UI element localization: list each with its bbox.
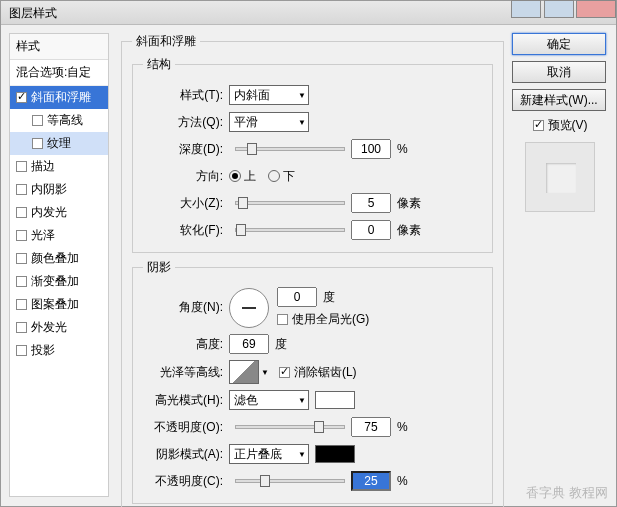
main-panel: 斜面和浮雕 结构 样式(T): 内斜面 ▼ 方法(Q): 平滑 [117,33,508,497]
minimize-button[interactable] [511,0,541,18]
cancel-button[interactable]: 取消 [512,61,606,83]
sidebar-item[interactable]: 内阴影 [10,178,108,201]
sidebar-item[interactable]: 纹理 [10,132,108,155]
effect-checkbox[interactable] [16,276,27,287]
chevron-down-icon: ▼ [298,396,306,405]
sidebar-item[interactable]: 斜面和浮雕 [10,86,108,109]
highlight-color-swatch[interactable] [315,391,355,409]
global-light-checkbox[interactable] [277,314,288,325]
shadow-opacity-slider[interactable] [235,479,345,483]
size-label: 大小(Z): [143,195,223,212]
highlight-opacity-unit: % [397,420,408,434]
window-title: 图层样式 [9,6,57,20]
shading-group: 阴影 角度(N): 度 使用全局光(G) [132,259,493,504]
sidebar-item[interactable]: 颜色叠加 [10,247,108,270]
sidebar-item[interactable]: 描边 [10,155,108,178]
sidebar-item[interactable]: 渐变叠加 [10,270,108,293]
close-button[interactable] [576,0,616,18]
window-controls [512,0,616,21]
maximize-button[interactable] [544,0,574,18]
sidebar-item-label: 纹理 [47,135,71,152]
effect-checkbox[interactable] [16,345,27,356]
new-style-button[interactable]: 新建样式(W)... [512,89,606,111]
titlebar: 图层样式 [1,1,616,25]
technique-dropdown[interactable]: 平滑 ▼ [229,112,309,132]
chevron-down-icon: ▼ [298,91,306,100]
structure-group: 结构 样式(T): 内斜面 ▼ 方法(Q): 平滑 ▼ [132,56,493,253]
ok-button[interactable]: 确定 [512,33,606,55]
chevron-down-icon[interactable]: ▼ [261,368,269,377]
sidebar-item-label: 外发光 [31,319,67,336]
direction-up-label: 上 [244,168,256,185]
sidebar-header: 样式 [10,34,108,60]
sidebar-item[interactable]: 内发光 [10,201,108,224]
size-input[interactable] [351,193,391,213]
effect-checkbox[interactable] [16,299,27,310]
direction-up-radio[interactable] [229,170,241,182]
sidebar-item[interactable]: 图案叠加 [10,293,108,316]
content: 样式 混合选项:自定 斜面和浮雕等高线纹理描边内阴影内发光光泽颜色叠加渐变叠加图… [1,25,616,505]
chevron-down-icon: ▼ [298,450,306,459]
sidebar-item[interactable]: 等高线 [10,109,108,132]
angle-unit: 度 [323,289,335,306]
shadow-opacity-unit: % [397,474,408,488]
effect-checkbox[interactable] [16,184,27,195]
soften-input[interactable] [351,220,391,240]
right-column: 确定 取消 新建样式(W)... 预览(V) [508,33,608,497]
sidebar-item-label: 图案叠加 [31,296,79,313]
highlight-mode-dropdown[interactable]: 滤色 ▼ [229,390,309,410]
sidebar-item[interactable]: 外发光 [10,316,108,339]
sidebar-item-label: 投影 [31,342,55,359]
angle-picker[interactable] [229,288,269,328]
sidebar-item[interactable]: 光泽 [10,224,108,247]
effect-checkbox[interactable] [16,207,27,218]
soften-unit: 像素 [397,222,421,239]
preview-thumbnail [525,142,595,212]
global-light-label: 使用全局光(G) [292,311,369,328]
depth-input[interactable] [351,139,391,159]
bevel-fieldset: 斜面和浮雕 结构 样式(T): 内斜面 ▼ 方法(Q): 平滑 [121,33,504,507]
depth-slider[interactable] [235,147,345,151]
shadow-mode-dropdown[interactable]: 正片叠底 ▼ [229,444,309,464]
direction-down-label: 下 [283,168,295,185]
effect-checkbox[interactable] [16,92,27,103]
shadow-color-swatch[interactable] [315,445,355,463]
structure-legend: 结构 [143,56,175,73]
angle-input[interactable] [277,287,317,307]
gloss-contour-picker[interactable] [229,360,259,384]
shadow-opacity-input[interactable] [351,471,391,491]
depth-unit: % [397,142,408,156]
altitude-label: 高度: [143,336,223,353]
style-dropdown[interactable]: 内斜面 ▼ [229,85,309,105]
size-slider[interactable] [235,201,345,205]
altitude-unit: 度 [275,336,287,353]
highlight-opacity-input[interactable] [351,417,391,437]
soften-slider[interactable] [235,228,345,232]
effect-checkbox[interactable] [16,230,27,241]
dialog: 图层样式 样式 混合选项:自定 斜面和浮雕等高线纹理描边内阴影内发光光泽颜色叠加… [0,0,617,507]
style-list: 样式 混合选项:自定 斜面和浮雕等高线纹理描边内阴影内发光光泽颜色叠加渐变叠加图… [9,33,109,497]
effect-checkbox[interactable] [16,253,27,264]
panel-title: 斜面和浮雕 [132,33,200,50]
altitude-input[interactable] [229,334,269,354]
effect-checkbox[interactable] [32,115,43,126]
preview-checkbox[interactable] [533,120,544,131]
sidebar-item-label: 内发光 [31,204,67,221]
sidebar-item-label: 渐变叠加 [31,273,79,290]
sidebar-item-label: 斜面和浮雕 [31,89,91,106]
effect-checkbox[interactable] [32,138,43,149]
shadow-opacity-label: 不透明度(C): [143,473,223,490]
effect-checkbox[interactable] [16,322,27,333]
blending-options[interactable]: 混合选项:自定 [10,60,108,86]
antialias-label: 消除锯齿(L) [294,364,357,381]
effect-checkbox[interactable] [16,161,27,172]
sidebar-item-label: 颜色叠加 [31,250,79,267]
antialias-checkbox[interactable] [279,367,290,378]
direction-label: 方向: [143,168,223,185]
sidebar-item-label: 等高线 [47,112,83,129]
sidebar-item[interactable]: 投影 [10,339,108,362]
highlight-opacity-slider[interactable] [235,425,345,429]
sidebar-item-label: 光泽 [31,227,55,244]
direction-down-radio[interactable] [268,170,280,182]
style-label: 样式(T): [143,87,223,104]
